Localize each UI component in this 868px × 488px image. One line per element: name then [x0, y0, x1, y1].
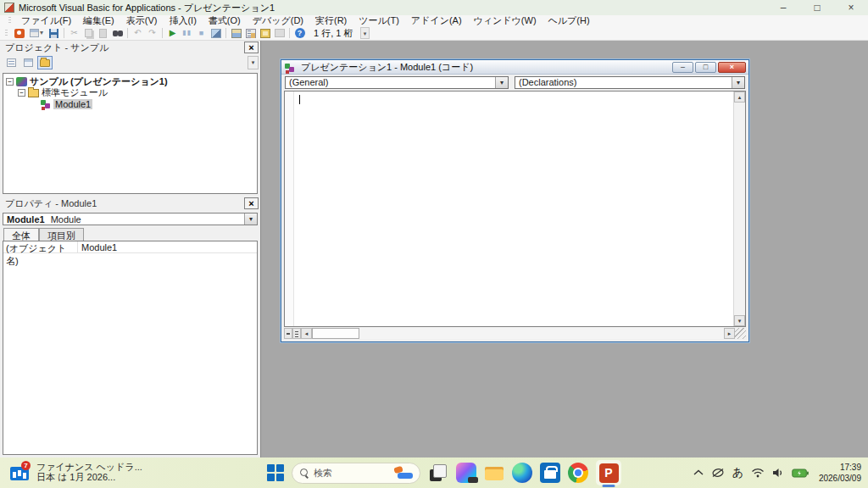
edge-button[interactable] — [512, 463, 532, 483]
scroll-up-icon[interactable]: ▴ — [734, 92, 745, 103]
view-code-icon[interactable] — [3, 56, 19, 69]
run-icon[interactable]: ▶ — [166, 27, 179, 39]
chevron-down-icon[interactable]: ▾ — [495, 77, 508, 88]
code-maximize-button[interactable]: □ — [695, 62, 716, 73]
properties-window-icon[interactable] — [244, 27, 257, 39]
project-panel-header[interactable]: プロジェクト - サンプル × — [0, 41, 260, 54]
save-icon[interactable] — [47, 27, 60, 39]
code-window-title: プレゼンテーション1 - Module1 (コード) — [301, 61, 473, 74]
chevron-down-icon[interactable]: ▾ — [732, 77, 744, 88]
menubar: ファイル(F) 編集(E) 表示(V) 挿入(I) 書式(O) デバッグ(D) … — [0, 15, 868, 26]
widgets-button[interactable]: 7 ファイナンス ヘッドラ... 日本 は 1月 2026... — [8, 462, 142, 482]
break-icon[interactable]: ▮▮ — [181, 27, 193, 39]
toolbar-separator — [127, 28, 128, 38]
code-close-button[interactable]: × — [718, 62, 746, 73]
code-minimize-button[interactable]: – — [672, 62, 693, 73]
chevron-up-icon[interactable] — [693, 469, 704, 476]
ime-indicator[interactable]: あ — [732, 465, 743, 480]
copy-icon[interactable] — [82, 27, 95, 39]
collapse-icon[interactable]: − — [6, 78, 14, 86]
battery-icon[interactable] — [792, 469, 809, 478]
menu-addins[interactable]: アドイン(A) — [405, 15, 468, 26]
properties-panel-close-button[interactable]: × — [244, 197, 259, 209]
design-mode-icon[interactable] — [209, 27, 222, 39]
property-value-cell[interactable]: Module1 — [78, 241, 257, 252]
speaker-icon[interactable] — [772, 468, 784, 478]
object-browser-icon[interactable] — [259, 27, 271, 39]
horizontal-scrollbar-thumb[interactable] — [312, 328, 359, 339]
menu-format[interactable]: 書式(O) — [203, 15, 247, 26]
view-powerpoint-icon[interactable] — [13, 27, 25, 39]
selector-object-name: Module1 — [7, 214, 45, 225]
toolbox-icon[interactable] — [273, 27, 286, 39]
menu-view[interactable]: 表示(V) — [120, 15, 164, 26]
wifi-icon[interactable] — [751, 468, 765, 478]
procedure-dropdown[interactable]: (Declarations) ▾ — [515, 76, 745, 89]
undo-icon[interactable]: ↶ — [131, 27, 144, 39]
horizontal-scrollbar-track[interactable] — [359, 328, 724, 339]
paste-icon[interactable] — [97, 27, 109, 39]
code-editor-area[interactable]: ▴ ▾ — [284, 91, 746, 327]
task-view-button[interactable] — [428, 463, 448, 483]
project-explorer-icon[interactable] — [230, 27, 242, 39]
tree-node-folder[interactable]: − 標準モジュール — [3, 87, 257, 98]
tab-categorized[interactable]: 項目別 — [39, 228, 84, 241]
project-panel-scroll-button[interactable]: ▾ — [248, 56, 259, 69]
maximize-button[interactable]: □ — [800, 0, 834, 15]
menu-help[interactable]: ヘルプ(H) — [542, 15, 596, 26]
menu-debug[interactable]: デバッグ(D) — [247, 15, 309, 26]
clock[interactable]: 17:39 2026/03/09 — [819, 462, 861, 484]
tray-time: 17:39 — [819, 462, 861, 473]
close-button[interactable]: × — [834, 0, 868, 15]
scroll-down-icon[interactable]: ▾ — [734, 315, 745, 326]
object-dropdown[interactable]: (General) ▾ — [285, 76, 509, 89]
file-explorer-button[interactable] — [484, 463, 504, 483]
reset-icon[interactable]: ■ — [195, 27, 208, 39]
search-highlight-icon — [394, 467, 415, 479]
tab-alphabetic[interactable]: 全体 — [3, 228, 39, 241]
menubar-grip[interactable] — [8, 17, 11, 25]
menu-run[interactable]: 実行(R) — [309, 15, 353, 26]
code-window-titlebar[interactable]: プレゼンテーション1 - Module1 (コード) – □ × — [281, 60, 748, 75]
start-button[interactable] — [267, 464, 284, 481]
toolbar-overflow-button[interactable]: ▾ — [360, 27, 370, 39]
microsoft-store-button[interactable] — [540, 463, 560, 483]
redo-icon[interactable]: ↷ — [146, 27, 159, 39]
property-row[interactable]: (オブジェクト名) Module1 — [3, 241, 257, 253]
widgets-chart-icon: 7 — [8, 463, 31, 481]
scroll-left-icon[interactable]: ◂ — [301, 328, 312, 339]
chrome-button[interactable] — [568, 463, 588, 483]
view-object-icon[interactable] — [20, 56, 36, 69]
collapse-icon[interactable]: − — [18, 89, 25, 97]
help-icon[interactable]: ? — [293, 27, 306, 39]
copilot-button[interactable] — [456, 463, 476, 483]
toggle-folders-icon[interactable] — [37, 56, 53, 69]
tree-node-module[interactable]: Module1 — [3, 98, 257, 109]
minimize-button[interactable]: – — [766, 0, 800, 15]
menu-window[interactable]: ウィンドウ(W) — [468, 15, 542, 26]
full-module-view-button[interactable] — [292, 328, 301, 339]
object-selector-dropdown[interactable]: Module1 Module ▾ — [3, 213, 258, 225]
menu-file[interactable]: ファイル(F) — [15, 15, 77, 26]
project-panel-close-button[interactable]: × — [244, 42, 259, 53]
code-window-combos: (General) ▾ (Declarations) ▾ — [281, 75, 748, 89]
menu-tools[interactable]: ツール(T) — [353, 15, 405, 26]
menu-insert[interactable]: 挿入(I) — [163, 15, 202, 26]
insert-userform-icon[interactable]: ▾ — [27, 27, 46, 39]
selector-object-type: Module — [51, 214, 81, 225]
properties-panel-header[interactable]: プロパティ - Module1 × — [0, 197, 260, 210]
app-title: Microsoft Visual Basic for Applications … — [19, 2, 275, 14]
powerpoint-button-active[interactable]: P — [596, 460, 621, 485]
eye-slash-icon[interactable] — [711, 468, 725, 478]
vertical-scrollbar[interactable]: ▴ ▾ — [733, 92, 745, 326]
folder-node-label: 標準モジュール — [42, 86, 108, 99]
procedure-view-button[interactable] — [284, 328, 292, 339]
search-box[interactable]: 検索 — [292, 463, 420, 484]
toolbar-grip[interactable] — [5, 30, 8, 37]
cut-icon[interactable]: ✂ — [68, 27, 81, 39]
find-icon[interactable] — [111, 27, 124, 39]
chevron-down-icon[interactable]: ▾ — [244, 214, 257, 225]
menu-edit[interactable]: 編集(E) — [77, 15, 120, 26]
resize-grip[interactable] — [735, 328, 746, 339]
scroll-right-icon[interactable]: ▸ — [724, 328, 735, 339]
